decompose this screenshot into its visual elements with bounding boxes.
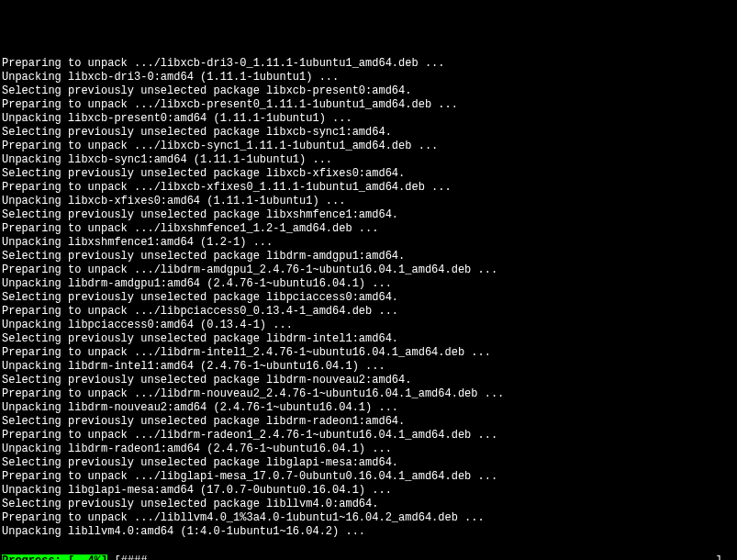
terminal-line: Preparing to unpack .../libllvm4.0_1%3a4… [2, 511, 735, 525]
terminal-line: Selecting previously unselected package … [2, 291, 735, 305]
terminal-line: Selecting previously unselected package … [2, 167, 735, 181]
terminal-line: Unpacking libxcb-present0:amd64 (1.11.1-… [2, 112, 735, 126]
terminal-line: Selecting previously unselected package … [2, 374, 735, 387]
terminal-line: Selecting previously unselected package … [2, 456, 735, 470]
terminal-line: Selecting previously unselected package … [2, 84, 735, 98]
terminal-output: Preparing to unpack .../libxcb-dri3-0_1.… [2, 57, 735, 539]
terminal-line: Unpacking libdrm-intel1:amd64 (2.4.76-1~… [2, 360, 735, 374]
terminal-line: Unpacking libpciaccess0:amd64 (0.13.4-1)… [2, 319, 735, 332]
terminal-line: Unpacking libdrm-nouveau2:amd64 (2.4.76-… [2, 401, 735, 415]
terminal-line: Preparing to unpack .../libdrm-nouveau2_… [2, 387, 735, 401]
terminal-line: Preparing to unpack .../libglapi-mesa_17… [2, 470, 735, 484]
terminal-line: Unpacking libxcb-sync1:amd64 (1.11.1-1ub… [2, 153, 735, 167]
terminal-line: Preparing to unpack .../libdrm-amdgpu1_2… [2, 263, 735, 277]
terminal-line: Unpacking libxcb-dri3-0:amd64 (1.11.1-1u… [2, 71, 735, 84]
terminal-line: Selecting previously unselected package … [2, 498, 735, 511]
terminal-line: Preparing to unpack .../libxcb-dri3-0_1.… [2, 57, 735, 71]
terminal-line: Selecting previously unselected package … [2, 208, 735, 222]
terminal-line: Selecting previously unselected package … [2, 415, 735, 429]
terminal-line: Selecting previously unselected package … [2, 332, 735, 346]
terminal-line: Preparing to unpack .../libxcb-sync1_1.1… [2, 140, 735, 153]
terminal-line: Preparing to unpack .../libxcb-present0_… [2, 98, 735, 112]
terminal-line: Preparing to unpack .../libdrm-intel1_2.… [2, 346, 735, 360]
progress-bar: [####...................................… [107, 554, 735, 560]
terminal-line: Unpacking libxcb-xfixes0:amd64 (1.11.1-1… [2, 195, 735, 208]
progress-line: Progress: [ 4%] [####...................… [2, 554, 735, 560]
terminal-line: Preparing to unpack .../libpciaccess0_0.… [2, 305, 735, 319]
terminal-line: Selecting previously unselected package … [2, 126, 735, 140]
terminal-line: Unpacking libglapi-mesa:amd64 (17.0.7-0u… [2, 484, 735, 498]
terminal-line: Unpacking libllvm4.0:amd64 (1:4.0-1ubunt… [2, 525, 735, 539]
progress-percentage: Progress: [ 4%] [2, 554, 107, 560]
terminal-line: Unpacking libxshmfence1:amd64 (1.2-1) ..… [2, 236, 735, 250]
terminal-line: Unpacking libdrm-amdgpu1:amd64 (2.4.76-1… [2, 277, 735, 291]
terminal-line: Preparing to unpack .../libxcb-xfixes0_1… [2, 181, 735, 195]
terminal-line: Preparing to unpack .../libxshmfence1_1.… [2, 222, 735, 236]
terminal-line: Preparing to unpack .../libdrm-radeon1_2… [2, 429, 735, 442]
terminal-line: Unpacking libdrm-radeon1:amd64 (2.4.76-1… [2, 442, 735, 456]
terminal-line: Selecting previously unselected package … [2, 250, 735, 263]
